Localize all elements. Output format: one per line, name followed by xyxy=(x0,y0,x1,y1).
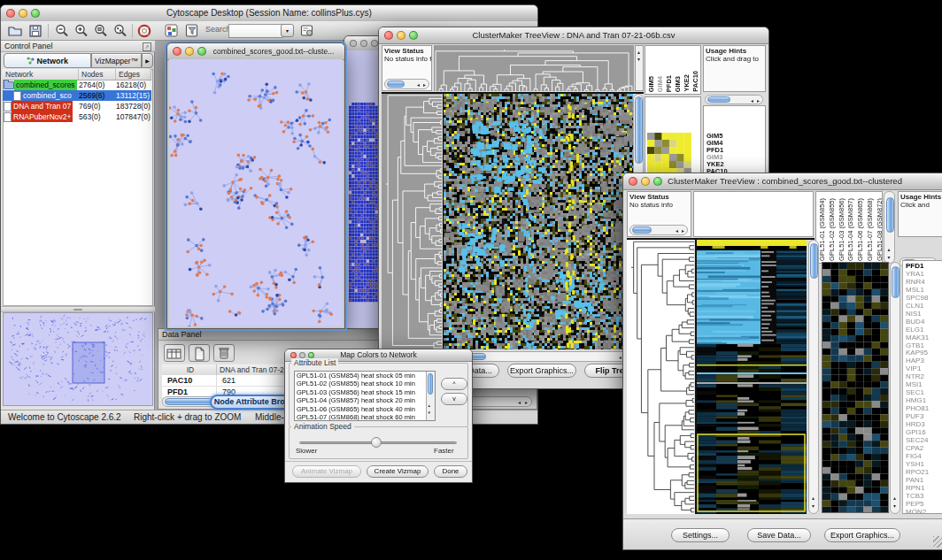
treeview1-title-bar[interactable]: ClusterMaker TreeView : DNA and Tran 07-… xyxy=(379,27,768,44)
heatmap-canvas[interactable] xyxy=(443,94,633,349)
slider-thumb[interactable] xyxy=(371,437,382,448)
column-label: GPL51-04 (GSM857) xyxy=(847,198,854,261)
attribute-list-label: Attribute List xyxy=(291,358,338,367)
settings-button[interactable]: Settings... xyxy=(671,528,730,542)
attribute-list-item[interactable]: GPL51-01 (GSM854) heat shock 05 min xyxy=(295,372,435,380)
heatmap-vertical-scrollbar[interactable]: ▴▾ xyxy=(808,240,819,514)
zoom-heatmap-canvas[interactable] xyxy=(822,262,889,513)
float-panel-icon[interactable]: ↗ xyxy=(143,42,151,51)
column-header-network[interactable]: Network xyxy=(3,69,79,80)
resize-grip[interactable] xyxy=(933,536,942,548)
zoom-window-icon[interactable] xyxy=(31,9,40,18)
attribute-list-scrollbar[interactable]: ▴ ▾ xyxy=(426,372,435,420)
row-dendrogram-canvas[interactable] xyxy=(627,240,694,514)
tab-network[interactable]: Network xyxy=(4,53,91,68)
document-icon xyxy=(13,91,21,101)
zoom-window-icon[interactable] xyxy=(371,40,378,47)
summary-heatmap-canvas[interactable] xyxy=(647,133,691,175)
heatmap-canvas[interactable] xyxy=(695,240,807,514)
column-header-id[interactable]: ID xyxy=(162,364,217,375)
column-header-edges[interactable]: Edges xyxy=(116,69,151,80)
vizmapper-icon[interactable] xyxy=(164,23,180,39)
animate-vizmap-button[interactable]: Animate Vizmap xyxy=(292,465,361,478)
row-dendrogram-canvas[interactable] xyxy=(382,94,442,349)
save-icon[interactable] xyxy=(27,23,43,39)
close-icon[interactable] xyxy=(384,31,393,40)
close-icon[interactable] xyxy=(290,352,297,358)
document-icon xyxy=(4,102,12,111)
close-icon[interactable] xyxy=(629,177,637,186)
map-colors-dialog: Map Colors to Network Attribute List GPL… xyxy=(284,349,473,483)
gene-list-scrollbar[interactable]: ▴▾ xyxy=(890,262,900,514)
network-table-row[interactable]: combined_scores2764(0)16218(0) xyxy=(3,80,151,90)
column-labels-scrollbar[interactable]: ▴▾ xyxy=(884,191,895,264)
export-graphics-button[interactable]: Export Graphics... xyxy=(824,528,900,542)
more-tabs-button[interactable]: ▶ xyxy=(142,53,153,68)
treeview2-title-bar[interactable]: ClusterMaker TreeView : combined_scores_… xyxy=(623,173,942,190)
attribute-list-item[interactable]: GPL51-03 (GSM856) heat shock 15 min xyxy=(295,388,435,396)
network-name: RNAPuberNov2+ xyxy=(12,111,73,122)
network-graph-canvas[interactable] xyxy=(169,59,343,326)
tab-vizmapper[interactable]: VizMapper™ xyxy=(91,53,142,68)
new-document-icon[interactable] xyxy=(189,344,210,362)
scroll-right-icon[interactable]: ▸ xyxy=(525,400,528,405)
minimize-icon[interactable] xyxy=(360,40,367,47)
search-dropdown-icon[interactable]: ▾ xyxy=(281,24,294,37)
zoom-fit-icon[interactable] xyxy=(112,23,128,39)
minimize-icon[interactable] xyxy=(185,47,194,56)
column-label: GIM4 xyxy=(657,76,663,92)
dendrogram-scroll-strip[interactable]: ▴▾ xyxy=(635,45,644,91)
save-data-button[interactable]: Save Data... xyxy=(747,528,811,542)
column-dendrogram-canvas[interactable] xyxy=(434,45,634,91)
column-label: PAC10 xyxy=(692,71,699,92)
zoom-window-icon[interactable] xyxy=(308,352,314,358)
column-label: GPL51-06 (GSM865) xyxy=(857,198,864,261)
minimize-icon[interactable] xyxy=(19,9,27,18)
move-up-button[interactable]: ^ xyxy=(441,378,467,390)
zoom-in-icon[interactable] xyxy=(73,23,89,39)
usage-hints-panel: Usage Hints Click and drag to xyxy=(703,45,766,92)
trash-icon[interactable] xyxy=(213,344,235,362)
annotation-icon[interactable] xyxy=(299,23,315,39)
attribute-list-item[interactable]: GPL51-06 (GSM865) heat shock 40 min xyxy=(295,405,435,413)
panel-splitter[interactable] xyxy=(1,306,155,312)
attribute-list-item[interactable]: GPL51-07 (GSM868) heat shock 60 min xyxy=(295,413,435,421)
zoom-out-icon[interactable] xyxy=(54,23,70,39)
close-icon[interactable] xyxy=(6,9,15,18)
network-table-row[interactable]: DNA and Tran 07769(0)183728(0) xyxy=(3,101,151,111)
zoom-window-icon[interactable] xyxy=(653,177,662,186)
birdseye-canvas[interactable] xyxy=(4,313,151,405)
open-folder-icon[interactable] xyxy=(7,23,23,39)
view-status-scrollbar[interactable]: ◂▸ xyxy=(629,225,688,235)
network-table-row[interactable]: RNAPuberNov2+563(0)107847(0) xyxy=(3,111,151,122)
scroll-left-icon[interactable]: ◂ xyxy=(518,400,521,405)
view-status-scrollbar[interactable]: ◂▸ xyxy=(384,79,429,89)
zoom-window-icon[interactable] xyxy=(197,47,206,56)
minimize-icon[interactable] xyxy=(299,352,305,358)
create-vizmap-button[interactable]: Create Vizmap xyxy=(367,465,429,478)
column-label: GPL51-01 (GSM854) xyxy=(819,198,826,261)
search-input[interactable] xyxy=(228,24,283,38)
table-icon[interactable] xyxy=(164,344,185,362)
zoom-window-icon[interactable] xyxy=(409,31,418,40)
close-icon[interactable] xyxy=(173,47,181,56)
matrix-network-canvas[interactable] xyxy=(349,103,381,306)
filter-icon[interactable] xyxy=(184,23,200,39)
zoom-selected-icon[interactable] xyxy=(93,23,109,39)
network-table-row[interactable]: combined_sco2569(6)13112(15) xyxy=(3,90,151,101)
column-header-nodes[interactable]: Nodes xyxy=(79,69,116,80)
network-window-title-bar[interactable]: combined_scores_good.txt--cluste... xyxy=(167,43,344,60)
export-graphics-button[interactable]: Export Graphics... xyxy=(507,364,576,378)
attribute-list-item[interactable]: GPL51-02 (GSM855) heat shock 10 min xyxy=(295,380,435,387)
network-overview-panel[interactable] xyxy=(3,312,153,406)
usage-hints-scrollbar[interactable]: ◂▸ xyxy=(705,95,763,104)
minimize-icon[interactable] xyxy=(397,31,405,40)
move-down-button[interactable]: v xyxy=(441,393,467,405)
help-icon[interactable] xyxy=(136,23,152,39)
done-button[interactable]: Done xyxy=(434,465,467,478)
main-title-bar[interactable]: Cytoscape Desktop (Session Name: collins… xyxy=(1,5,537,22)
attribute-list-item[interactable]: GPL51-04 (GSM857) heat shock 20 min xyxy=(295,396,435,404)
minimize-icon[interactable] xyxy=(641,177,650,186)
column-label: YKE2 xyxy=(683,74,690,92)
close-icon[interactable] xyxy=(350,40,357,47)
